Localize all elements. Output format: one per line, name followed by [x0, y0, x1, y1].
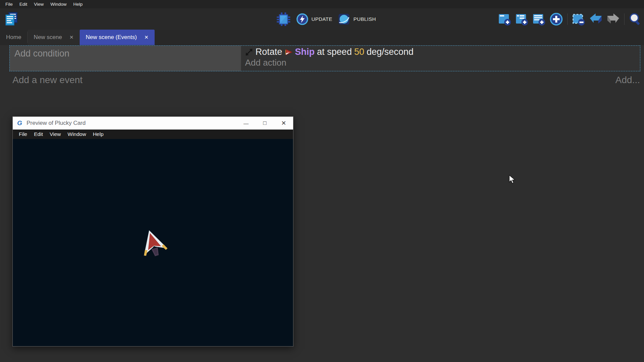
add-condition-placeholder: Add condition — [14, 48, 70, 59]
action-speed-value: 50 — [354, 47, 364, 57]
tab-home[interactable]: Home — [0, 30, 27, 45]
preview-menu-view[interactable]: View — [46, 131, 64, 137]
toolbar-separator — [624, 13, 625, 25]
tab-new-scene-label: New scene — [34, 34, 62, 41]
preview-window: G Preview of Plucky Card — □ ✕ File Edit… — [12, 116, 293, 347]
minimize-button[interactable]: — — [237, 117, 255, 130]
subdocument-plus-icon — [515, 12, 529, 26]
document-plus-icon — [498, 12, 512, 26]
arrow-redo-icon — [606, 13, 620, 26]
add-new-event-button[interactable]: Add a new event — [12, 75, 83, 85]
close-button[interactable]: ✕ — [274, 117, 293, 130]
events-footer: Add a new event Add... — [12, 75, 640, 85]
action-unit-text: deg/second — [367, 47, 414, 57]
update-button[interactable]: UPDATE — [296, 13, 332, 25]
lightning-circle-icon — [296, 13, 308, 25]
bug-chip-icon — [276, 12, 291, 27]
add-subevent-button[interactable] — [515, 12, 529, 26]
add-dropdown-button[interactable]: Add... — [615, 75, 640, 85]
tab-new-scene-events[interactable]: New scene (Events) ✕ — [80, 30, 155, 45]
gdevelop-logo-icon: G — [17, 119, 25, 127]
update-label: UPDATE — [311, 16, 332, 22]
toolbar-separator — [567, 13, 568, 25]
action-rotate-ship[interactable]: Rotate Ship at speed 50 deg/second — [245, 47, 637, 57]
event-actions-area: Rotate Ship at speed 50 deg/second Add a… — [241, 46, 640, 71]
preview-menubar: File Edit View Window Help — [13, 130, 293, 139]
ship-object-thumbnail-icon — [285, 48, 293, 56]
game-canvas[interactable] — [13, 139, 293, 346]
preview-menu-window[interactable]: Window — [64, 131, 89, 137]
preview-menu-help[interactable]: Help — [89, 131, 107, 137]
action-object-name: Ship — [295, 47, 315, 57]
events-sheet: Add condition Rotate Ship — [0, 45, 644, 362]
event-row-selected[interactable]: Add condition Rotate Ship — [9, 45, 640, 71]
tab-new-scene-close-icon[interactable]: ✕ — [69, 34, 74, 40]
menu-file[interactable]: File — [2, 2, 16, 7]
search-events-button[interactable] — [629, 12, 642, 26]
maximize-button[interactable]: □ — [255, 117, 274, 130]
redo-button[interactable] — [606, 13, 620, 26]
debug-button[interactable] — [276, 12, 291, 27]
tab-new-scene-events-close-icon[interactable]: ✕ — [144, 34, 149, 40]
arrow-undo-icon — [589, 13, 603, 26]
planet-icon — [338, 13, 351, 26]
circle-plus-icon — [549, 12, 563, 26]
magnifier-icon — [629, 12, 642, 26]
preview-titlebar[interactable]: G Preview of Plucky Card — □ ✕ — [13, 117, 293, 130]
gdevelop-app: File Edit View Window Help — [0, 0, 644, 362]
tab-home-label: Home — [6, 34, 21, 41]
menu-view[interactable]: View — [31, 2, 47, 7]
undo-button[interactable] — [589, 13, 603, 26]
app-menubar: File Edit View Window Help — [0, 0, 644, 8]
action-verb: Rotate — [255, 47, 282, 57]
text-lines-plus-icon — [532, 12, 546, 26]
event-conditions-area[interactable]: Add condition — [10, 46, 241, 71]
preview-menu-edit[interactable]: Edit — [31, 131, 46, 137]
main-toolbar: UPDATE PUBLISH — [0, 8, 644, 30]
menu-edit[interactable]: Edit — [16, 2, 31, 7]
delete-selection-button[interactable] — [572, 12, 586, 26]
rotate-action-icon — [245, 48, 253, 56]
add-action-placeholder[interactable]: Add action — [245, 58, 637, 68]
menu-window[interactable]: Window — [47, 2, 70, 7]
tab-new-scene-events-label: New scene (Events) — [86, 34, 137, 41]
project-manager-button[interactable] — [4, 11, 19, 26]
publish-label: PUBLISH — [354, 16, 376, 22]
add-comment-button[interactable] — [532, 12, 546, 26]
preview-menu-file[interactable]: File — [15, 131, 31, 137]
action-middle-text: at speed — [317, 47, 352, 57]
editor-tabbar: Home New scene ✕ New scene (Events) ✕ — [0, 30, 644, 45]
menu-help[interactable]: Help — [70, 2, 86, 7]
dashed-square-minus-icon — [572, 12, 586, 26]
add-other-event-button[interactable] — [549, 12, 563, 26]
preview-title: Preview of Plucky Card — [27, 120, 237, 126]
tab-new-scene[interactable]: New scene ✕ — [28, 30, 80, 45]
publish-button[interactable]: PUBLISH — [338, 13, 376, 26]
stacked-documents-icon — [4, 12, 18, 26]
add-event-button[interactable] — [498, 12, 512, 26]
ship-sprite — [137, 228, 169, 260]
